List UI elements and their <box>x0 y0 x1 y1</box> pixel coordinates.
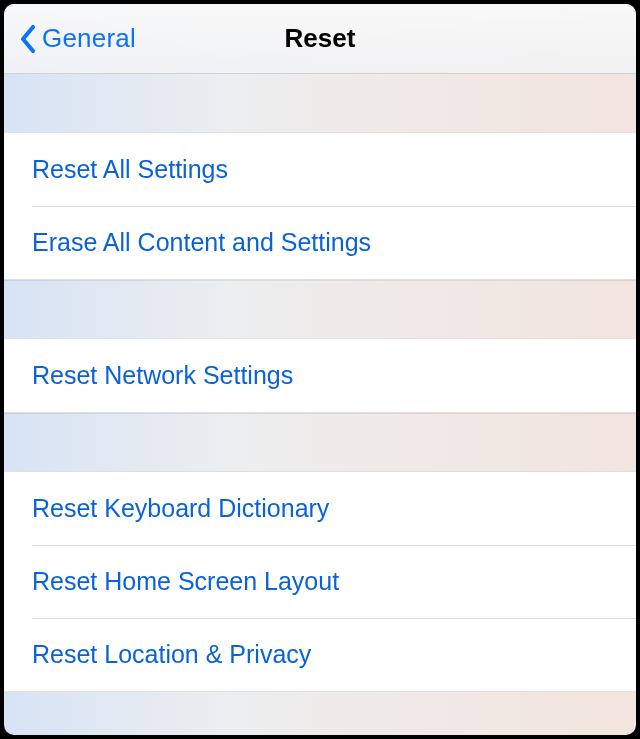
navigation-bar: General Reset <box>4 4 636 74</box>
reset-group-1: Reset All Settings Erase All Content and… <box>4 132 636 280</box>
reset-group-2: Reset Network Settings <box>4 338 636 413</box>
row-label: Reset Network Settings <box>32 361 293 389</box>
bottom-padding <box>4 692 636 702</box>
settings-reset-screen: General Reset Reset All Settings Erase A… <box>4 4 636 735</box>
reset-network-settings-row[interactable]: Reset Network Settings <box>4 339 636 412</box>
reset-keyboard-dictionary-row[interactable]: Reset Keyboard Dictionary <box>4 472 636 545</box>
reset-group-3: Reset Keyboard Dictionary Reset Home Scr… <box>4 471 636 692</box>
group-spacer <box>4 74 636 132</box>
row-label: Reset Location & Privacy <box>32 640 311 668</box>
chevron-left-icon <box>18 24 38 54</box>
erase-all-content-row[interactable]: Erase All Content and Settings <box>4 206 636 279</box>
group-spacer <box>4 413 636 471</box>
row-label: Reset Keyboard Dictionary <box>32 494 329 522</box>
reset-location-privacy-row[interactable]: Reset Location & Privacy <box>4 618 636 691</box>
group-spacer <box>4 280 636 338</box>
row-label: Reset All Settings <box>32 155 228 183</box>
reset-home-screen-layout-row[interactable]: Reset Home Screen Layout <box>4 545 636 618</box>
back-button[interactable]: General <box>18 23 136 54</box>
back-label: General <box>42 23 136 54</box>
row-label: Erase All Content and Settings <box>32 228 371 256</box>
row-label: Reset Home Screen Layout <box>32 567 339 595</box>
reset-all-settings-row[interactable]: Reset All Settings <box>4 133 636 206</box>
content-scroll[interactable]: Reset All Settings Erase All Content and… <box>4 74 636 735</box>
